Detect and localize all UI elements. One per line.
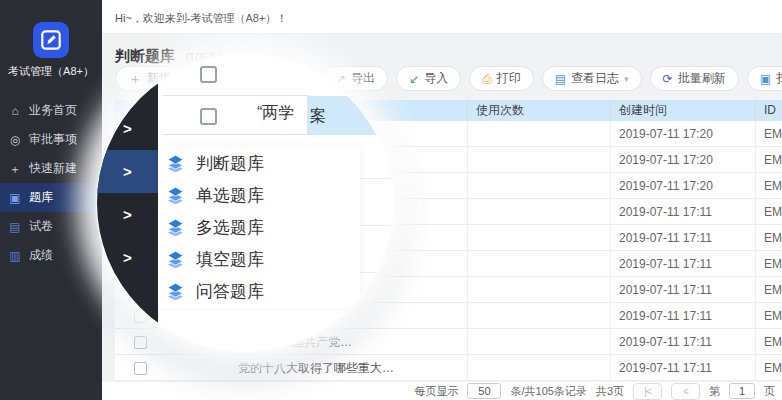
sidebar-item-icon: ◎ — [8, 134, 22, 146]
pages-label: 共3页 — [596, 384, 624, 399]
cell-created: 2019-07-11 17:11 — [610, 329, 755, 355]
page-number-input[interactable] — [729, 383, 755, 399]
sidebar-item[interactable]: ▤ 试卷 — [0, 212, 102, 241]
toolbar-button-label: 批量刷新 — [678, 70, 726, 87]
prev-page-button[interactable]: < — [671, 383, 700, 400]
first-page-button[interactable]: |< — [633, 383, 662, 400]
toolbar-button-label: 导出 — [351, 70, 375, 87]
lens-menu-item-label: 填空题库 — [196, 248, 264, 271]
sidebar-item-label: 审批事项 — [29, 131, 77, 148]
sidebar-item[interactable]: ⌂ 业务首页 — [0, 96, 102, 125]
cell-created: 2019-07-11 17:20 — [610, 147, 755, 173]
sidebar-item-icon: ⌂ — [8, 105, 22, 117]
topbar: Hi~，欢迎来到-考试管理（A8+）！ — [102, 0, 782, 34]
cell-created: 2019-07-11 17:20 — [610, 121, 755, 147]
cell-created: 2019-07-11 17:11 — [610, 277, 755, 303]
cell-usage — [467, 277, 610, 303]
sidebar-item[interactable]: ◎ 审批事项 — [0, 125, 102, 154]
toolbar-button[interactable]: ▣ 扫一扫 — [747, 66, 782, 91]
sidebar-item[interactable]: ▣ 题库 — [0, 183, 102, 212]
layers-icon — [166, 282, 185, 301]
cell-created: 2019-07-11 17:11 — [610, 251, 755, 277]
table-row: 党的十八大取得了哪些重大… 2019-07-11 17:11 EM-E — [115, 355, 782, 381]
toolbar-button-label: 导入 — [424, 70, 448, 87]
header-created: 创建时间 — [610, 100, 755, 121]
sidebar-item-label: 成绩 — [29, 247, 53, 264]
plus-icon: ＋ — [128, 72, 142, 86]
pencil-icon — [40, 29, 62, 51]
cell-usage — [467, 329, 610, 355]
app-name: 考试管理（A8+） — [0, 64, 102, 79]
toolbar-button-icon: ▣ — [760, 73, 771, 85]
cell-id: EM-E — [755, 329, 782, 355]
cell-usage — [467, 303, 610, 329]
cell-created: 2019-07-11 17:11 — [610, 303, 755, 329]
lens-menu-item-label: 问答题库 — [196, 280, 264, 303]
lens-menu-item[interactable]: 单选题库 — [158, 179, 360, 211]
cell-id: EM-E — [755, 251, 782, 277]
cell-id: EM-E — [755, 355, 782, 381]
divider — [163, 95, 309, 96]
toolbar-button-icon: ↗ — [336, 73, 346, 85]
sidebar-item[interactable]: ＋ 快速新建 — [0, 154, 102, 183]
cell-id: EM-E — [755, 173, 782, 199]
sidebar: 考试管理（A8+） ⌂ 业务首页 ◎ 审批事项 ＋ 快速新建 — [0, 0, 102, 400]
jump-label-post: 页 — [764, 384, 775, 399]
cell-id: EM-E — [755, 121, 782, 147]
lens-submenu-panel: 判断题库 单选题库 — [158, 147, 360, 308]
toolbar-button-icon: ▤ — [555, 73, 566, 85]
records-label: 条/共105条记录 — [510, 384, 586, 399]
row-checkbox[interactable] — [134, 362, 147, 375]
chevron-down-icon: ▾ — [624, 74, 629, 84]
toolbar-button[interactable]: ⎙ 打印 — [469, 66, 534, 91]
magnified-question-fragment: “两学 — [257, 103, 294, 124]
per-page-input[interactable] — [467, 383, 501, 399]
sidebar-nav: ⌂ 业务首页 ◎ 审批事项 ＋ 快速新建 ▣ 题库 — [0, 96, 102, 270]
sidebar-item[interactable]: ▥ 成绩 — [0, 241, 102, 270]
lens-menu-item[interactable]: 多选题库 — [158, 211, 360, 243]
magnified-checkbox[interactable] — [200, 108, 217, 125]
layers-icon — [166, 218, 185, 237]
chevron-right-icon[interactable]: > — [97, 193, 158, 236]
cell-question: 党的十八大取得了哪些重大… — [165, 360, 467, 377]
lens-menu-item-label: 多选题库 — [196, 216, 264, 239]
app-window: 考试管理（A8+） ⌂ 业务首页 ◎ 审批事项 ＋ 快速新建 — [0, 0, 782, 400]
cell-usage — [467, 147, 610, 173]
cell-created: 2019-07-11 17:20 — [610, 173, 755, 199]
lens-menu-item[interactable]: 问答题库 — [158, 276, 360, 308]
toolbar-button[interactable]: ↙ 导入 — [396, 66, 461, 91]
sidebar-item-label: 题库 — [29, 189, 53, 206]
cell-id: EM-E — [755, 303, 782, 329]
toolbar-button[interactable]: ▤ 查看日志 ▾ — [542, 66, 642, 91]
page-title: 判断题库 — [115, 47, 175, 64]
cell-id: EM-E — [755, 199, 782, 225]
toolbar-button-icon: ↙ — [409, 73, 419, 85]
header-usage: 使用次数 — [467, 100, 610, 121]
jump-label-pre: 第 — [709, 384, 720, 399]
cell-usage — [467, 225, 610, 251]
app-logo — [33, 22, 69, 58]
sidebar-item-icon: ▤ — [8, 221, 22, 233]
magnified-checkbox[interactable] — [200, 66, 217, 83]
cell-usage — [467, 251, 610, 277]
sidebar-item-label: 业务首页 — [29, 102, 77, 119]
toolbar-button-icon: ⎙ — [482, 73, 492, 85]
sidebar-item-icon: ＋ — [8, 163, 22, 175]
cell-usage — [467, 121, 610, 147]
layers-icon — [166, 250, 185, 269]
sidebar-item-label: 试卷 — [29, 218, 53, 235]
greeting-text: Hi~，欢迎来到-考试管理（A8+）！ — [115, 11, 287, 26]
lens-menu-item-label: 单选题库 — [196, 184, 264, 207]
toolbar-button[interactable]: ⟳ 批量刷新 — [650, 66, 739, 91]
lens-menu-item-label: 判断题库 — [196, 152, 264, 175]
lens-menu-item[interactable]: 填空题库 — [158, 244, 360, 276]
lens-menu-item[interactable]: 判断题库 — [158, 147, 360, 179]
sidebar-item-icon: ▣ — [8, 192, 22, 204]
chevron-right-icon[interactable]: > — [97, 150, 158, 193]
layers-icon — [166, 186, 185, 205]
divider — [163, 134, 309, 135]
toolbar-group: ↗ 导出 ↙ 导入 ⎙ 打印 — [323, 66, 782, 91]
cell-usage — [467, 199, 610, 225]
pagination-bar: 每页显示 条/共105条记录 共3页 |< < 第 页 — [102, 382, 782, 400]
row-checkbox[interactable] — [134, 336, 147, 349]
